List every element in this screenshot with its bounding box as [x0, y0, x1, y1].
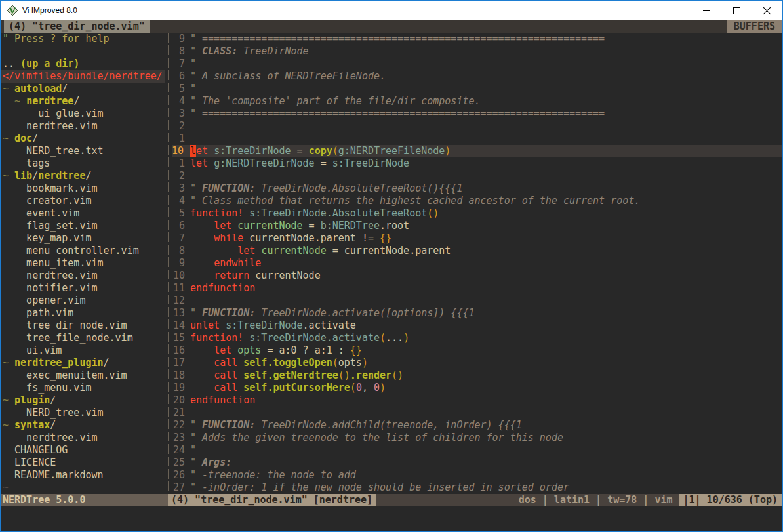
code-row[interactable]: 19 call self.putCursorHere(0, 0): [172, 382, 782, 394]
code-row[interactable]: 5function! s:TreeDirNode.AbsoluteTreeRoo…: [172, 207, 782, 220]
tree-row[interactable]: key_map.vim: [1, 232, 165, 245]
code-token: [190, 257, 214, 269]
code-row[interactable]: 27" -inOrder: 1 if the new node should b…: [172, 481, 782, 494]
tree-row[interactable]: </vimfiles/bundle/nerdtree/: [1, 70, 165, 83]
tree-row[interactable]: " Press ? for help: [1, 33, 165, 45]
code-row[interactable]: 6 let currentNode = b:NERDTree.root: [172, 220, 782, 232]
tree-row[interactable]: fs_menu.vim: [1, 382, 165, 394]
code-row[interactable]: 3" =====================================…: [172, 108, 782, 120]
code-row[interactable]: 6" A subclass of NERDTreeFileNode.: [172, 70, 782, 83]
tree-row[interactable]: ui.vim: [1, 344, 165, 357]
code-token: Args:: [202, 457, 231, 468]
tree-row[interactable]: creator.vim: [1, 195, 165, 207]
code-row[interactable]: 10let s:TreeDirNode = copy(g:NERDTreeFil…: [172, 145, 782, 157]
tree-row[interactable]: ~ doc/: [1, 133, 165, 145]
tree-row[interactable]: [1, 45, 165, 58]
code-row[interactable]: 8 let currentNode = currentNode.parent: [172, 245, 782, 257]
code-row[interactable]: 26" -treenode: the node to add: [172, 469, 782, 481]
code-row[interactable]: 2: [172, 120, 782, 133]
code-row[interactable]: 25" Args:: [172, 457, 782, 469]
tree-row[interactable]: exec_menuitem.vim: [1, 369, 165, 382]
tree-row[interactable]: bookmark.vim: [1, 182, 165, 195]
code-editor[interactable]: 9" =====================================…: [172, 33, 782, 494]
tree-row[interactable]: ~ nerdtree_plugin/: [1, 357, 165, 369]
code-text: let s:TreeDirNode = copy(g:NERDTreeFileN…: [190, 145, 451, 157]
tab-tree-dir-node[interactable]: (4) "tree_dir_node.vim": [4, 20, 150, 33]
tree-row[interactable]: notifier.vim: [1, 282, 165, 295]
code-row[interactable]: 11endfunction: [172, 282, 782, 295]
close-button[interactable]: [752, 1, 782, 20]
code-row[interactable]: 2: [172, 170, 782, 182]
code-row[interactable]: 3" FUNCTION: TreeDirNode.AbsoluteTreeRoo…: [172, 182, 782, 195]
tree-row[interactable]: ~: [1, 481, 165, 494]
command-line[interactable]: [1, 506, 782, 531]
code-row[interactable]: 17 call self.toggleOpen(opts): [172, 357, 782, 369]
tree-row[interactable]: path.vim: [1, 307, 165, 319]
code-row[interactable]: 4" The 'composite' part of the file/dir …: [172, 95, 782, 108]
code-token: let: [190, 157, 208, 169]
code-row[interactable]: 1let g:NERDTreeDirNode = s:TreeDirNode: [172, 157, 782, 170]
code-token: (): [392, 369, 403, 381]
tree-row[interactable]: NERD_tree.vim: [1, 407, 165, 419]
tree-row[interactable]: ~ syntax/: [1, 419, 165, 432]
code-row[interactable]: 8" CLASS: TreeDirNode: [172, 45, 782, 58]
tree-row[interactable]: ~ plugin/: [1, 394, 165, 407]
code-row[interactable]: 9" =====================================…: [172, 33, 782, 45]
tree-row[interactable]: .. (up a dir): [1, 58, 165, 70]
tree-row[interactable]: NERD_tree.txt: [1, 145, 165, 157]
minimize-button[interactable]: [691, 1, 721, 20]
code-row[interactable]: 23" Adds the given treenode to the list …: [172, 432, 782, 444]
code-row[interactable]: 1: [172, 133, 782, 145]
code-row[interactable]: 16 let opts = a:0 ? a:1 : {}: [172, 344, 782, 357]
code-token: nerdtree.vim: [3, 432, 98, 443]
code-token: opener.vim: [3, 295, 85, 306]
tree-row[interactable]: tree_dir_node.vim: [1, 319, 165, 332]
tree-row[interactable]: LICENCE: [1, 457, 165, 469]
tree-row[interactable]: menu_controller.vim: [1, 245, 165, 257]
tree-row[interactable]: ~ autoload/: [1, 83, 165, 95]
code-row[interactable]: 5": [172, 83, 782, 95]
tree-row[interactable]: nerdtree.vim: [1, 270, 165, 282]
code-row[interactable]: 22" FUNCTION: TreeDirNode.addChild(treen…: [172, 419, 782, 432]
code-row[interactable]: 15function! s:TreeDirNode.activate(...): [172, 332, 782, 344]
code-row[interactable]: 4" Class method that returns the highest…: [172, 195, 782, 207]
code-row[interactable]: 12: [172, 295, 782, 307]
maximize-button[interactable]: [721, 1, 752, 20]
tree-row[interactable]: CHANGELOG: [1, 444, 165, 457]
code-row[interactable]: 14unlet s:TreeDirNode.activate: [172, 319, 782, 332]
code-token: ~: [3, 394, 14, 406]
code-row[interactable]: 9 endwhile: [172, 257, 782, 270]
tree-row[interactable]: nerdtree.vim: [1, 432, 165, 444]
code-row[interactable]: 7": [172, 58, 782, 70]
tree-row[interactable]: nerdtree.vim: [1, 120, 165, 133]
code-token: TreeDirNode.addChild(treenode, inOrder) …: [255, 419, 521, 431]
tab-line: (4) "tree_dir_node.vim" BUFFERS: [1, 20, 782, 33]
code-row[interactable]: 13" FUNCTION: TreeDirNode.activate([opti…: [172, 307, 782, 319]
code-text: let currentNode = b:NERDTree.root: [190, 220, 409, 232]
line-number: 5: [172, 83, 185, 95]
code-row[interactable]: 18 call self.getNerdtree().render(): [172, 369, 782, 382]
tree-row[interactable]: flag_set.vim: [1, 220, 165, 232]
tree-row[interactable]: opener.vim: [1, 295, 165, 307]
tree-row[interactable]: ~ nerdtree/: [1, 95, 165, 108]
tree-row[interactable]: README.markdown: [1, 469, 165, 481]
code-row[interactable]: 7 while currentNode.parent != {}: [172, 232, 782, 245]
tree-row[interactable]: tree_file_node.vim: [1, 332, 165, 344]
nerdtree-panel[interactable]: " Press ? for help.. (up a dir)</vimfile…: [1, 33, 165, 494]
code-token: LICENCE: [3, 457, 56, 468]
code-row[interactable]: 21: [172, 407, 782, 419]
tree-row[interactable]: ui_glue.vim: [1, 108, 165, 120]
line-number: 3: [172, 108, 185, 120]
window-split-separator[interactable]: [165, 33, 172, 494]
code-token: [190, 220, 214, 232]
code-row[interactable]: 20endfunction: [172, 394, 782, 407]
code-token: ": [190, 307, 202, 319]
code-row[interactable]: 10 return currentNode: [172, 270, 782, 282]
tree-row[interactable]: tags: [1, 157, 165, 170]
code-token: ): [380, 382, 386, 394]
code-text: " Class method that returns the highest …: [190, 195, 640, 207]
tree-row[interactable]: ~ lib/nerdtree/: [1, 170, 165, 182]
code-row[interactable]: 24": [172, 444, 782, 457]
tree-row[interactable]: event.vim: [1, 207, 165, 220]
tree-row[interactable]: menu_item.vim: [1, 257, 165, 270]
